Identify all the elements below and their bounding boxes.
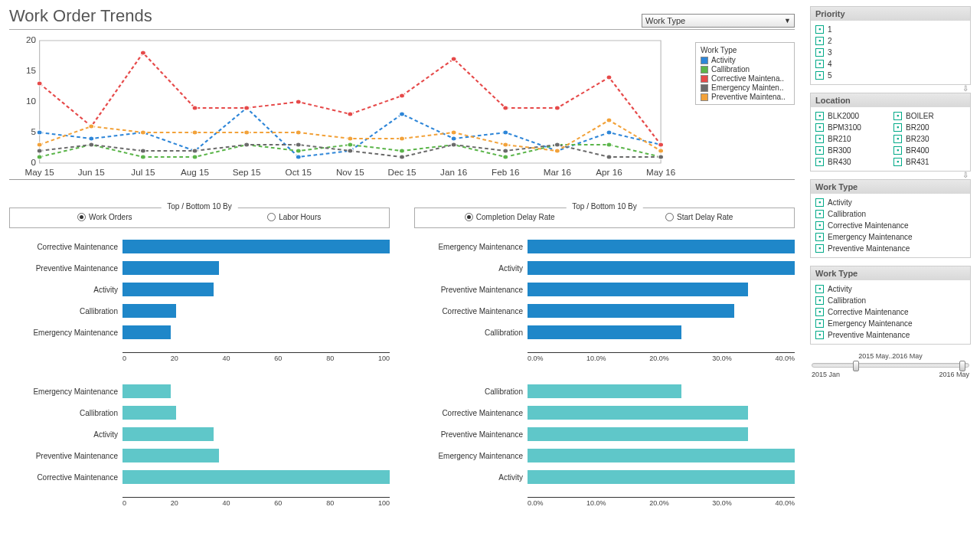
checkbox-icon: ▪: [815, 296, 824, 305]
svg-point-37: [296, 149, 301, 153]
radio-start-delay[interactable]: Start Delay Rate: [605, 213, 795, 221]
bar-row: Preventive Maintenance: [9, 446, 390, 465]
filter-item[interactable]: ▪BR230: [893, 133, 965, 145]
svg-point-47: [140, 51, 145, 55]
chevron-down-icon: ▼: [784, 17, 791, 25]
filter-item[interactable]: ▪1: [815, 24, 965, 35]
bar-row: Emergency Maintenance: [414, 446, 795, 465]
svg-point-50: [296, 100, 301, 104]
svg-text:May 16: May 16: [646, 168, 675, 177]
filter-item[interactable]: ▪5: [815, 70, 965, 81]
filter-item[interactable]: ▪Emergency Maintenance: [815, 231, 965, 243]
svg-point-27: [451, 136, 456, 141]
checkbox-icon: ▪: [815, 221, 824, 230]
svg-point-74: [192, 130, 198, 135]
filter-item[interactable]: ▪Corrective Maintenance: [815, 220, 965, 231]
bar-row: Callibration: [9, 404, 390, 422]
svg-text:Apr 16: Apr 16: [596, 168, 622, 177]
filter-item[interactable]: ▪BOILER: [893, 110, 965, 122]
svg-point-52: [400, 93, 405, 98]
slider-handle-end[interactable]: [959, 361, 965, 371]
bar-row: Activity: [414, 468, 795, 486]
dropdown-label: Work Type: [645, 16, 685, 25]
bar-row: Emergency Maintenance: [414, 237, 795, 256]
radio-icon: [665, 213, 674, 221]
svg-point-69: [606, 155, 612, 159]
svg-point-64: [348, 149, 353, 153]
bar-row: Preventive Maintenance: [414, 425, 795, 443]
filter-item[interactable]: ▪BR300: [815, 145, 887, 156]
svg-point-20: [89, 136, 94, 141]
filter-item[interactable]: ▪BR430: [815, 156, 887, 168]
slider-handle-start[interactable]: [853, 361, 859, 371]
checkbox-icon: ▪: [893, 146, 902, 155]
svg-point-67: [503, 149, 508, 153]
filter-item[interactable]: ▪Emergency Maintenance: [815, 318, 965, 329]
filter-item[interactable]: ▪Preventive Maintenance: [815, 243, 965, 254]
svg-point-70: [658, 155, 664, 159]
filter-item[interactable]: ▪BR431: [893, 156, 965, 168]
work-type-filter-1: Work Type ▪Activity▪Callibration▪Correct…: [810, 179, 971, 258]
svg-point-82: [606, 118, 612, 123]
filter-item[interactable]: ▪Activity: [815, 283, 965, 295]
filter-item[interactable]: ▪3: [815, 47, 965, 58]
filter-item[interactable]: ▪2: [815, 35, 965, 47]
filter-sidebar: Priority ▪1▪2▪3▪4▪5 ⇩ Location ▪BLK2000▪…: [810, 6, 971, 507]
svg-point-76: [296, 130, 301, 135]
filter-item[interactable]: ▪Preventive Maintenance: [815, 329, 965, 341]
svg-text:Sep 15: Sep 15: [233, 168, 261, 177]
bar-row: Preventive Maintenance: [414, 280, 795, 299]
svg-point-68: [554, 142, 560, 147]
slider-track[interactable]: [812, 363, 969, 368]
checkbox-icon: ▪: [815, 319, 824, 328]
filter-item[interactable]: ▪Corrective Maintenance: [815, 306, 965, 318]
bar-row: Callibration: [414, 382, 795, 400]
filter-item[interactable]: ▪Callibration: [815, 208, 965, 220]
filter-item[interactable]: ▪Activity: [815, 197, 965, 208]
bottom-work-orders-chart: Emergency MaintenanceCallibrationActivit…: [9, 382, 390, 497]
filter-item[interactable]: ▪BPM3100: [815, 122, 887, 133]
priority-filter: Priority ▪1▪2▪3▪4▪5 ⇩: [810, 6, 971, 85]
svg-point-63: [296, 142, 301, 147]
checkbox-icon: ▪: [815, 25, 824, 34]
radio-work-orders[interactable]: Work Orders: [10, 213, 200, 221]
bar-row: Callibration: [9, 302, 390, 320]
selector-title: Top / Bottom 10 By: [161, 202, 238, 211]
svg-point-73: [140, 130, 145, 135]
work-type-dropdown[interactable]: Work Type ▼: [642, 14, 795, 28]
svg-point-38: [348, 142, 353, 147]
svg-point-60: [140, 149, 145, 153]
expand-icon[interactable]: ⇩: [962, 84, 970, 93]
svg-point-32: [37, 155, 42, 159]
checkbox-icon: ▪: [815, 308, 824, 316]
svg-text:20: 20: [26, 36, 36, 44]
left-panel: Top / Bottom 10 By Work Orders Labor Hou…: [9, 208, 390, 507]
svg-point-54: [503, 106, 508, 110]
radio-icon: [465, 213, 473, 221]
date-range-slider[interactable]: 2015 May..2016 May 2015 Jan 2016 May: [810, 352, 971, 378]
checkbox-icon: ▪: [815, 48, 824, 57]
checkbox-icon: ▪: [815, 210, 824, 218]
filter-item[interactable]: ▪BR210: [815, 133, 887, 145]
radio-completion-delay[interactable]: Completion Delay Rate: [415, 213, 605, 221]
svg-point-26: [400, 112, 405, 116]
svg-text:5: 5: [31, 128, 35, 136]
expand-icon[interactable]: ⇩: [962, 171, 970, 179]
right-panel: Top / Bottom 10 By Completion Delay Rate…: [414, 208, 795, 507]
svg-point-79: [451, 130, 456, 135]
filter-item[interactable]: ▪Callibration: [815, 295, 965, 306]
svg-point-41: [503, 155, 508, 159]
checkbox-icon: ▪: [815, 37, 824, 45]
filter-item[interactable]: ▪BR400: [893, 145, 965, 156]
checkbox-icon: ▪: [815, 146, 824, 155]
svg-point-19: [37, 130, 42, 135]
radio-labor-hours[interactable]: Labor Hours: [200, 213, 390, 221]
checkbox-icon: ▪: [893, 112, 902, 120]
svg-point-51: [348, 112, 353, 116]
svg-point-80: [503, 142, 508, 147]
filter-item[interactable]: ▪BLK2000: [815, 110, 887, 122]
bar-row: Activity: [414, 259, 795, 277]
filter-item[interactable]: ▪BR200: [893, 122, 965, 133]
filter-item[interactable]: ▪4: [815, 58, 965, 70]
checkbox-icon: ▪: [815, 233, 824, 241]
